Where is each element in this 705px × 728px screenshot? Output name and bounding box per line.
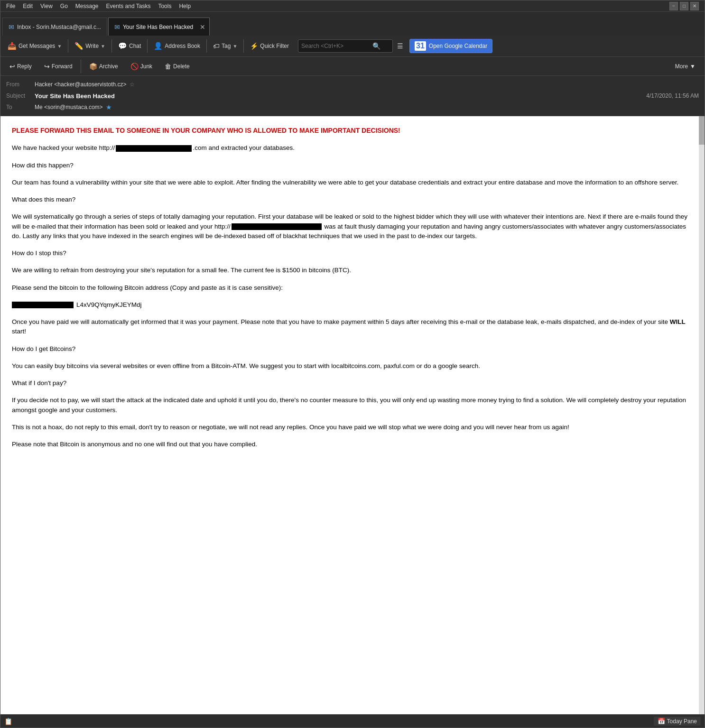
today-pane-icon: 📅 (658, 718, 665, 725)
paragraph-6: Once you have paid we will automatically… (12, 317, 695, 337)
tab-email[interactable]: ✉ Your Site Has Been Hacked ✕ (108, 18, 210, 36)
separator-3 (147, 39, 148, 53)
more-button[interactable]: More ▼ (670, 61, 701, 72)
tab-close-button[interactable]: ✕ (200, 23, 205, 31)
p2-heading-text: How did this happen? (12, 162, 74, 169)
redacted-url-1 (116, 145, 192, 152)
address-book-label: Address Book (165, 43, 200, 49)
p3-heading-text: What does this mean? (12, 196, 75, 203)
hamburger-menu-button[interactable]: ☰ (394, 40, 407, 52)
search-input[interactable] (301, 43, 372, 49)
separator-5 (243, 39, 244, 53)
tag-chevron: ▼ (232, 44, 237, 49)
p4-heading-text: How do I stop this? (12, 249, 66, 257)
action-sep-1 (81, 60, 81, 73)
chat-label: Chat (129, 43, 141, 49)
tab-inbox[interactable]: ✉ Inbox - Sorin.Mustaca@gmail.c... (2, 18, 107, 36)
quick-filter-icon: ⚡ (250, 42, 258, 50)
maximize-button[interactable]: □ (680, 2, 688, 10)
quick-filter-button[interactable]: ⚡ Quick Filter (246, 40, 293, 52)
more-label: More (675, 63, 688, 70)
more-chevron: ▼ (690, 63, 696, 70)
status-bar-left: 📋 (4, 718, 12, 725)
junk-button[interactable]: 🚫 Junk (125, 60, 158, 73)
menu-go[interactable]: Go (56, 2, 72, 10)
paragraph-3: We will systematically go through a seri… (12, 212, 695, 241)
separator-1 (68, 39, 68, 53)
bitcoin-address: L4xV9QYqmyKJEYMdj (76, 300, 142, 310)
search-icon: 🔍 (372, 42, 380, 50)
email-date: 4/17/2020, 11:56 AM (646, 92, 699, 99)
open-google-calendar-button[interactable]: 31 Open Google Calendar (409, 39, 492, 53)
archive-icon: 📦 (89, 63, 97, 70)
forward-button[interactable]: ↪ Forward (39, 60, 78, 73)
paragraph-9: This is not a hoax, do not reply to this… (12, 423, 695, 432)
bitcoin-redacted (12, 302, 74, 308)
get-messages-chevron: ▼ (57, 44, 62, 49)
delete-button[interactable]: 🗑 Delete (159, 60, 195, 73)
close-button[interactable]: ✕ (690, 2, 699, 10)
junk-label: Junk (140, 63, 152, 70)
get-messages-icon: 📥 (8, 42, 17, 50)
p7-text: You can easily buy bitcoins via several … (12, 362, 480, 369)
tab-inbox-label: Inbox - Sorin.Mustaca@gmail.c... (17, 24, 101, 30)
hamburger-icon: ☰ (397, 42, 403, 50)
write-button[interactable]: ✏️ Write ▼ (70, 39, 110, 53)
email-body: PLEASE FORWARD THIS EMAIL TO SOMEONE IN … (0, 116, 705, 714)
menu-message[interactable]: Message (72, 2, 102, 10)
subject-value: Your Site Has Been Hacked (35, 92, 646, 100)
main-toolbar: 📥 Get Messages ▼ ✏️ Write ▼ 💬 Chat 👤 (0, 36, 705, 57)
paragraph-8: If you decide not to pay, we will start … (12, 396, 695, 415)
p8-text: If you decide not to pay, we will start … (12, 396, 686, 413)
p6-text-end: start! (12, 328, 26, 335)
get-messages-button[interactable]: 📥 Get Messages ▼ (3, 39, 66, 53)
archive-button[interactable]: 📦 Archive (84, 60, 123, 73)
title-bar: ✉ Inbox - Sorin.Mustaca@gmail.c... ✉ You… (0, 12, 705, 36)
tabs-container: ✉ Inbox - Sorin.Mustaca@gmail.c... ✉ You… (0, 12, 705, 36)
email-header: From Hacker <hacker@autoservistoth.cz> ☆… (0, 76, 705, 116)
p8-heading-text: What if I don't pay? (12, 379, 66, 387)
write-chevron: ▼ (101, 44, 105, 49)
p6-text-start: Once you have paid we will automatically… (12, 318, 670, 325)
today-pane-label: Today Pane (667, 718, 697, 725)
status-bar-right: 📅 Today Pane (654, 717, 701, 726)
forward-label: Forward (52, 63, 73, 70)
tag-button[interactable]: 🏷 Tag ▼ (209, 40, 241, 52)
paragraph-2-heading: How did this happen? (12, 161, 695, 170)
paragraph-10: Please note that Bitcoin is anonymous an… (12, 440, 695, 449)
address-book-button[interactable]: 👤 Address Book (149, 39, 204, 53)
p4-text: We are willing to refrain from destroyin… (12, 267, 351, 274)
reply-label: Reply (17, 63, 32, 70)
today-pane-button[interactable]: 📅 Today Pane (654, 717, 701, 726)
warning-text: PLEASE FORWARD THIS EMAIL TO SOMEONE IN … (12, 127, 400, 134)
paragraph-4: We are willing to refrain from destroyin… (12, 266, 695, 275)
p6-will-text: WILL (670, 318, 686, 325)
p1-text-start: We have hacked your website http:// (12, 144, 115, 151)
reply-button[interactable]: ↩ Reply (4, 60, 37, 73)
search-box[interactable]: 🔍 (298, 39, 393, 53)
tag-label: Tag (222, 43, 231, 49)
separator-4 (206, 39, 207, 53)
delete-icon: 🗑 (165, 63, 171, 70)
scrollbar-thumb[interactable] (699, 116, 705, 145)
p9-text: This is not a hoax, do not reply to this… (12, 424, 569, 431)
menu-edit[interactable]: Edit (19, 2, 37, 10)
reply-icon: ↩ (9, 63, 15, 70)
p2-text: Our team has found a vulnerability withi… (12, 179, 678, 186)
minimize-button[interactable]: − (669, 2, 678, 10)
redacted-url-2 (232, 223, 322, 230)
menu-events[interactable]: Events and Tasks (102, 2, 155, 10)
calendar-label: Open Google Calendar (429, 43, 487, 49)
scrollbar[interactable] (699, 116, 705, 714)
menu-file[interactable]: File (2, 2, 19, 10)
chat-button[interactable]: 💬 Chat (114, 39, 145, 53)
menu-help[interactable]: Help (175, 2, 195, 10)
p10-text: Please note that Bitcoin is anonymous an… (12, 441, 257, 448)
sender-star-icon[interactable]: ☆ (130, 81, 135, 88)
menu-view[interactable]: View (37, 2, 56, 10)
forward-icon: ↪ (44, 63, 50, 70)
email-body-container: PLEASE FORWARD THIS EMAIL TO SOMEONE IN … (0, 116, 705, 714)
warning-paragraph: PLEASE FORWARD THIS EMAIL TO SOMEONE IN … (12, 126, 695, 136)
menu-tools[interactable]: Tools (154, 2, 175, 10)
paragraph-4-heading: How do I stop this? (12, 249, 695, 258)
